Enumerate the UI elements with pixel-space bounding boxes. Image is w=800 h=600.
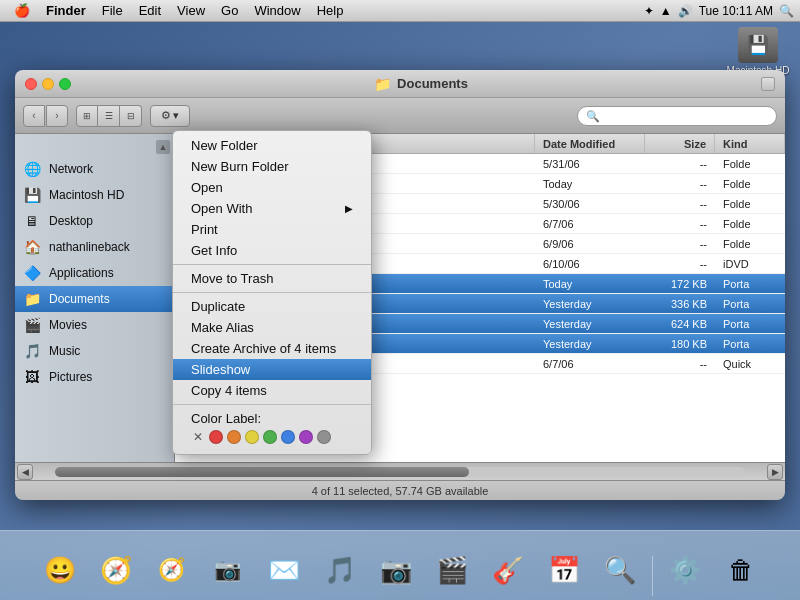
hard-drive-icon[interactable]: 💾 Macintosh HD (726, 27, 790, 76)
list-view-button[interactable]: ☰ (98, 105, 120, 127)
sidebar-item-applications[interactable]: 🔷 Applications (15, 260, 174, 286)
clock: Tue 10:11 AM (699, 4, 773, 18)
sidebar-item-documents[interactable]: 📁 Documents (15, 286, 174, 312)
hd-icon-img: 💾 (738, 27, 778, 63)
menu-new-folder[interactable]: New Folder (173, 135, 371, 156)
file-date: Today (535, 278, 645, 290)
menu-duplicate[interactable]: Duplicate (173, 296, 371, 317)
menu-finder[interactable]: Finder (38, 0, 94, 22)
search-input[interactable] (577, 106, 777, 126)
color-none-button[interactable]: ✕ (191, 430, 205, 444)
dock-spotlight[interactable]: 🔍 (594, 544, 646, 596)
dock-safari[interactable]: 🧭 (146, 544, 198, 596)
color-dots: ✕ (191, 430, 353, 444)
menu-go[interactable]: Go (213, 0, 246, 22)
dock-ical[interactable]: 📅 (538, 544, 590, 596)
menu-move-to-trash[interactable]: Move to Trash (173, 268, 371, 289)
color-orange-button[interactable] (227, 430, 241, 444)
menu-view[interactable]: View (169, 0, 213, 22)
col-header-kind[interactable]: Kind (715, 134, 785, 153)
dock-finder[interactable]: 😀 (34, 544, 86, 596)
action-button[interactable]: ⚙ ▾ (150, 105, 190, 127)
traffic-lights (25, 78, 71, 90)
folder-icon: 📁 (374, 76, 391, 92)
file-kind: Folde (715, 218, 785, 230)
menu-window[interactable]: Window (246, 0, 308, 22)
scroll-right-button[interactable]: ▶ (767, 464, 783, 480)
close-button[interactable] (25, 78, 37, 90)
menu-copy-items[interactable]: Copy 4 items (173, 380, 371, 401)
dock-garageband[interactable]: 🎸 (482, 544, 534, 596)
file-kind: Folde (715, 198, 785, 210)
menu-open-with[interactable]: Open With ▶ (173, 198, 371, 219)
color-green-button[interactable] (263, 430, 277, 444)
file-size: -- (645, 198, 715, 210)
dock: 😀 🧭 🧭 📷 ✉️ 🎵 📷 🎬 🎸 📅 🔍 ⚙️ 🗑 (0, 530, 800, 600)
color-gray-button[interactable] (317, 430, 331, 444)
bluetooth-icon[interactable]: ✦ (644, 4, 654, 18)
dock-iphoto[interactable]: 📷 (370, 544, 422, 596)
sidebar-item-pictures[interactable]: 🖼 Pictures (15, 364, 174, 390)
color-purple-button[interactable] (299, 430, 313, 444)
spotlight-icon[interactable]: 🔍 (779, 4, 794, 18)
column-view-button[interactable]: ⊟ (120, 105, 142, 127)
back-button[interactable]: ‹ (23, 105, 45, 127)
menu-separator-1 (173, 264, 371, 265)
documents-icon: 📁 (23, 290, 41, 308)
file-date: Yesterday (535, 338, 645, 350)
scroll-left-button[interactable]: ◀ (17, 464, 33, 480)
dock-mail[interactable]: ✉️ (258, 544, 310, 596)
icon-view-button[interactable]: ⊞ (76, 105, 98, 127)
menu-print[interactable]: Print (173, 219, 371, 240)
forward-button[interactable]: › (46, 105, 68, 127)
sidebar-item-macintosh-hd[interactable]: 💾 Macintosh HD (15, 182, 174, 208)
menu-create-archive[interactable]: Create Archive of 4 items (173, 338, 371, 359)
file-size: 624 KB (645, 318, 715, 330)
dock-trash[interactable]: 🗑 (715, 544, 767, 596)
applications-icon: 🔷 (23, 264, 41, 282)
sidebar-item-desktop[interactable]: 🖥 Desktop (15, 208, 174, 234)
menu-make-alias[interactable]: Make Alias (173, 317, 371, 338)
sidebar-item-network[interactable]: 🌐 Network (15, 156, 174, 182)
sidebar-item-music[interactable]: 🎵 Music (15, 338, 174, 364)
wifi-icon[interactable]: ▲ (660, 4, 672, 18)
zoom-button[interactable] (761, 77, 775, 91)
file-date: Today (535, 178, 645, 190)
file-date: Yesterday (535, 318, 645, 330)
dock-imovie[interactable]: 🎬 (426, 544, 478, 596)
file-kind: Porta (715, 338, 785, 350)
desktop-icon: 🖥 (23, 212, 41, 230)
file-kind: Folde (715, 238, 785, 250)
col-header-size[interactable]: Size (645, 134, 715, 153)
menu-new-burn-folder[interactable]: New Burn Folder (173, 156, 371, 177)
dock-dashboard[interactable]: 🧭 (90, 544, 142, 596)
color-blue-button[interactable] (281, 430, 295, 444)
color-red-button[interactable] (209, 430, 223, 444)
menu-edit[interactable]: Edit (131, 0, 169, 22)
file-size: -- (645, 178, 715, 190)
menu-slideshow[interactable]: Slideshow (173, 359, 371, 380)
menu-get-info[interactable]: Get Info (173, 240, 371, 261)
dock-itunes[interactable]: 🎵 (314, 544, 366, 596)
pictures-icon: 🖼 (23, 368, 41, 386)
desktop: 💾 Macintosh HD 📁 Documents ‹ › ⊞ (0, 22, 800, 600)
minimize-button[interactable] (42, 78, 54, 90)
sidebar-item-movies[interactable]: 🎬 Movies (15, 312, 174, 338)
col-header-date[interactable]: Date Modified (535, 134, 645, 153)
volume-icon[interactable]: 🔊 (678, 4, 693, 18)
dock-system-prefs[interactable]: ⚙️ (659, 544, 711, 596)
color-label-section: Color Label: ✕ (173, 408, 371, 450)
dock-ichat[interactable]: 📷 (202, 544, 254, 596)
color-yellow-button[interactable] (245, 430, 259, 444)
finder-window: 📁 Documents ‹ › ⊞ ☰ ⊟ ⚙ ▾ (15, 70, 785, 500)
maximize-button[interactable] (59, 78, 71, 90)
menu-open[interactable]: Open (173, 177, 371, 198)
scroll-up-arrow[interactable]: ▲ (156, 140, 170, 154)
sidebar-item-nathanlineback[interactable]: 🏠 nathanlineback (15, 234, 174, 260)
menu-help[interactable]: Help (309, 0, 352, 22)
hscroll-thumb[interactable] (55, 467, 469, 477)
menu-file[interactable]: File (94, 0, 131, 22)
apple-menu[interactable]: 🍎 (6, 0, 38, 22)
file-size: -- (645, 218, 715, 230)
file-kind: Porta (715, 298, 785, 310)
